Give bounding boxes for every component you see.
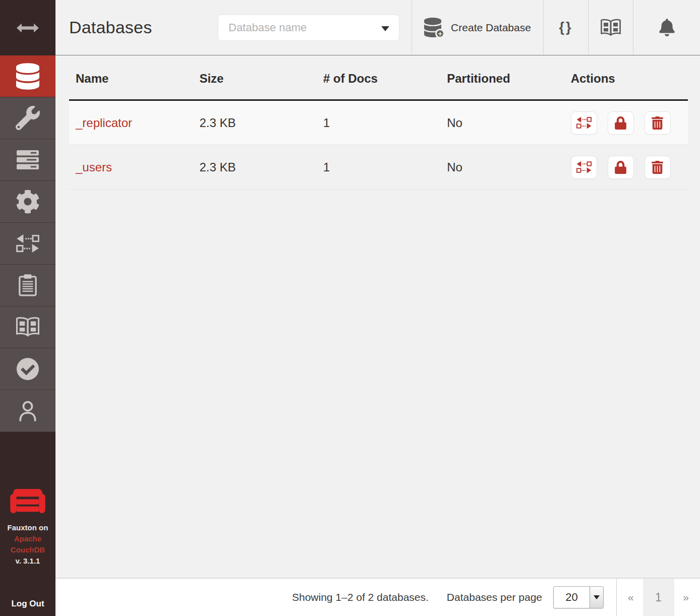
sidebar-item-documents[interactable] — [0, 265, 55, 306]
caret-down-icon — [594, 595, 600, 599]
actions-cell — [564, 156, 688, 179]
delete-database-button[interactable] — [645, 111, 671, 135]
size-cell: 2.3 KB — [193, 116, 316, 130]
trash-icon — [652, 161, 663, 174]
pagination: « 1 » — [617, 579, 700, 616]
column-header-partitioned: Partitioned — [440, 72, 564, 86]
resize-horizontal-icon — [16, 23, 39, 33]
fauxton-app: Fauxton on Apache CouchDB v. 3.1.1 Log O… — [0, 0, 700, 616]
json-braces-icon: {} — [559, 20, 572, 35]
caret-down-icon — [381, 26, 389, 31]
clipboard-icon — [18, 274, 37, 297]
database-search-combobox[interactable] — [218, 15, 399, 41]
logout-button[interactable]: Log Out — [11, 599, 44, 609]
table-row: _replicator 2.3 KB 1 No — [69, 101, 688, 145]
per-page-select[interactable]: 20 — [553, 586, 604, 608]
pagination-next-button[interactable]: » — [683, 591, 689, 603]
content-area: Name Size # of Docs Partitioned Actions … — [55, 55, 700, 578]
set-permissions-button[interactable] — [608, 156, 634, 179]
branding-line: CouchDB — [8, 544, 48, 556]
sidebar: Fauxton on Apache CouchDB v. 3.1.1 Log O… — [0, 0, 55, 616]
footer-bar: Showing 1–2 of 2 databases. Databases pe… — [55, 578, 700, 616]
api-url-button[interactable]: {} — [543, 0, 588, 55]
sidebar-item-documentation[interactable] — [0, 306, 55, 348]
sidebar-item-databases[interactable] — [0, 55, 55, 97]
replication-icon — [576, 161, 592, 173]
open-book-icon — [15, 316, 40, 338]
main-area: Databases + Create Database {} — [55, 0, 700, 616]
partitioned-cell: No — [440, 116, 564, 130]
branding-version: v. 3.1.1 — [8, 556, 48, 567]
per-page-value: 20 — [554, 587, 590, 608]
actions-cell — [564, 111, 688, 135]
replication-icon — [16, 234, 39, 253]
database-plus-icon: + — [424, 18, 443, 38]
couchdb-logo-icon[interactable] — [9, 488, 46, 514]
gear-icon — [16, 190, 40, 214]
replicate-database-button[interactable] — [571, 111, 597, 135]
pagination-prev-button[interactable]: « — [628, 591, 634, 603]
replicate-database-button[interactable] — [571, 156, 597, 179]
pagination-current-page[interactable]: 1 — [643, 579, 674, 616]
lock-icon — [615, 161, 626, 174]
person-icon — [18, 400, 37, 422]
select-dropdown-button[interactable] — [590, 587, 603, 608]
databases-table: Name Size # of Docs Partitioned Actions … — [69, 57, 688, 190]
branding-line: Apache — [8, 533, 48, 544]
sidebar-item-setup[interactable] — [0, 97, 55, 139]
sidebar-item-verify[interactable] — [0, 348, 55, 390]
page-title: Databases — [69, 18, 218, 37]
database-link[interactable]: _replicator — [76, 116, 132, 130]
partitioned-cell: No — [440, 160, 564, 174]
check-circle-icon — [16, 357, 39, 381]
size-cell: 2.3 KB — [193, 160, 316, 174]
servers-icon — [16, 149, 39, 170]
documentation-button[interactable] — [588, 0, 633, 55]
sidebar-item-activetasks[interactable] — [0, 139, 55, 181]
topbar-actions: + Create Database {} — [412, 0, 700, 55]
create-database-label: Create Database — [451, 22, 531, 34]
sidebar-item-account[interactable] — [0, 390, 55, 432]
bell-icon — [659, 19, 675, 36]
table-header-row: Name Size # of Docs Partitioned Actions — [69, 57, 688, 101]
sidebar-branding: Fauxton on Apache CouchDB v. 3.1.1 — [8, 522, 48, 567]
set-permissions-button[interactable] — [608, 111, 634, 135]
trash-icon — [652, 116, 663, 130]
lock-icon — [615, 116, 626, 130]
create-database-button[interactable]: + Create Database — [412, 0, 543, 55]
docs-cell: 1 — [317, 116, 440, 130]
sidebar-collapse-toggle[interactable] — [0, 0, 55, 55]
database-icon — [16, 63, 39, 90]
column-header-size: Size — [193, 72, 316, 86]
delete-database-button[interactable] — [645, 156, 671, 179]
sidebar-footer: Fauxton on Apache CouchDB v. 3.1.1 Log O… — [0, 488, 55, 616]
per-page-label: Databases per page — [447, 591, 542, 603]
database-link[interactable]: _users — [76, 160, 112, 174]
open-book-icon — [600, 18, 622, 37]
column-header-docs: # of Docs — [317, 72, 440, 86]
docs-cell: 1 — [317, 160, 440, 174]
wrench-icon — [16, 106, 40, 130]
sidebar-item-configuration[interactable] — [0, 181, 55, 223]
showing-count-text: Showing 1–2 of 2 databases. — [292, 591, 429, 603]
topbar: Databases + Create Database {} — [55, 0, 700, 55]
sidebar-item-replication[interactable] — [0, 223, 55, 265]
replication-icon — [576, 116, 592, 129]
table-row: _users 2.3 KB 1 No — [69, 145, 688, 190]
database-search-input[interactable] — [218, 15, 399, 41]
column-header-actions: Actions — [564, 72, 688, 86]
branding-line: Fauxton on — [8, 522, 48, 533]
notifications-button[interactable] — [633, 0, 700, 55]
column-header-name: Name — [69, 72, 193, 86]
